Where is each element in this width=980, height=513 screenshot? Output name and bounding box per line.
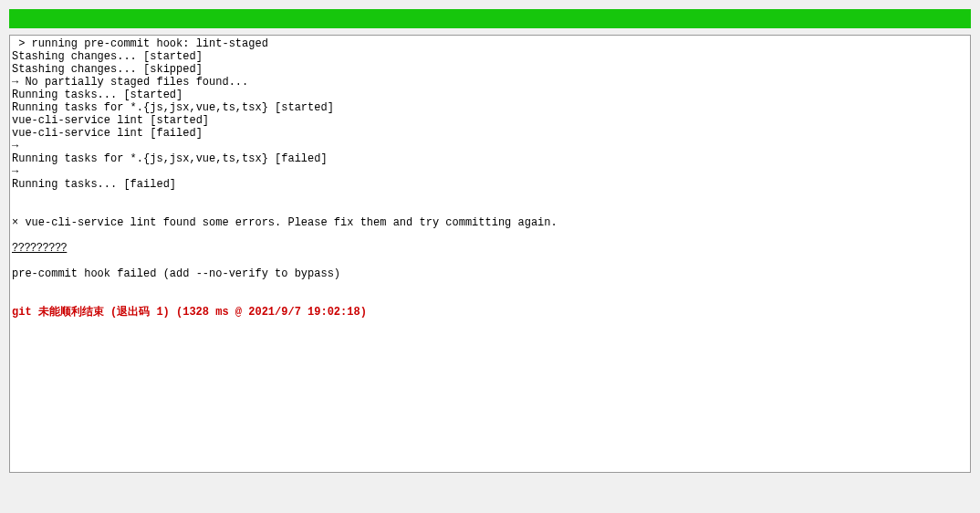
main-container: > running pre-commit hook: lint-staged S… bbox=[0, 0, 980, 473]
console-line: Running tasks for *.{js,jsx,vue,ts,tsx} … bbox=[10, 152, 970, 165]
console-line: Running tasks for *.{js,jsx,vue,ts,tsx} … bbox=[10, 101, 970, 114]
console-line: vue-cli-service lint [started] bbox=[10, 114, 970, 127]
console-line: vue-cli-service lint [failed] bbox=[10, 127, 970, 140]
console-line: Stashing changes... [started] bbox=[10, 50, 970, 63]
blank-line bbox=[10, 204, 970, 216]
console-line: → bbox=[10, 140, 970, 152]
blank-line bbox=[10, 280, 970, 293]
console-line: > running pre-commit hook: lint-staged bbox=[10, 37, 970, 50]
console-line: Running tasks... [started] bbox=[10, 89, 970, 101]
console-line: Stashing changes... [skipped] bbox=[10, 63, 970, 76]
console-line: → bbox=[10, 165, 970, 178]
header-bar bbox=[9, 9, 971, 28]
blank-line bbox=[10, 229, 970, 242]
error-line: git 未能顺利结束 (退出码 1) (1328 ms @ 2021/9/7 1… bbox=[10, 306, 970, 319]
console-line: → No partially staged files found... bbox=[10, 76, 970, 89]
blank-line bbox=[10, 191, 970, 204]
blank-line bbox=[10, 255, 970, 267]
console-output[interactable]: > running pre-commit hook: lint-staged S… bbox=[9, 35, 971, 473]
console-line: × vue-cli-service lint found some errors… bbox=[10, 216, 970, 229]
underline-block: ????????? bbox=[10, 242, 970, 255]
console-line: Running tasks... [failed] bbox=[10, 178, 970, 191]
console-line: pre-commit hook failed (add --no-verify … bbox=[10, 267, 970, 280]
blank-line bbox=[10, 293, 970, 306]
